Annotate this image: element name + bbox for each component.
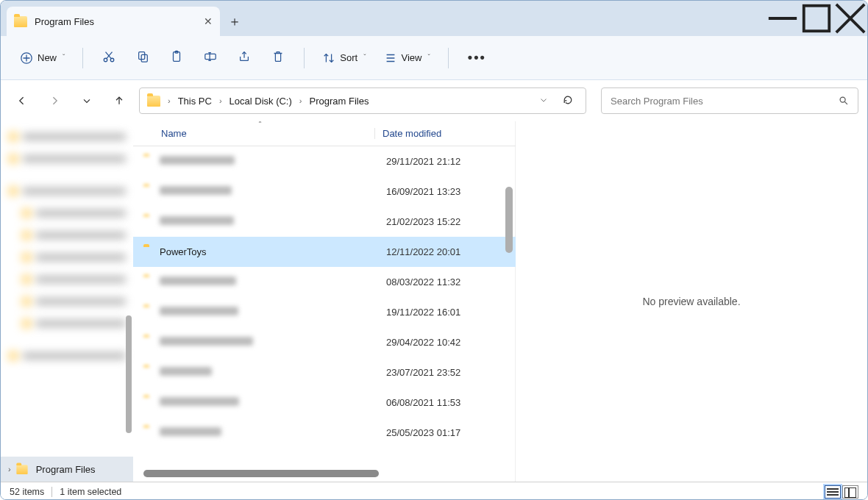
file-date: 08/03/2022 11:32 (379, 276, 516, 288)
file-row[interactable]: 29/11/2021 21:12 (133, 146, 516, 176)
file-row[interactable]: 23/07/2021 23:52 (133, 357, 516, 388)
list-horizontal-scrollbar[interactable] (143, 470, 505, 482)
folder-icon (143, 216, 160, 227)
nav-row: › This PC › Local Disk (C:) › Program Fi… (1, 80, 867, 121)
folder-icon (147, 96, 160, 107)
refresh-button[interactable] (558, 94, 578, 108)
column-headers[interactable]: ˄ Name Date modified (133, 121, 516, 146)
address-bar[interactable]: › This PC › Local Disk (C:) › Program Fi… (139, 88, 586, 114)
close-tab-icon[interactable]: ✕ (204, 15, 213, 27)
rename-button[interactable] (196, 46, 224, 70)
svg-rect-1 (804, 6, 830, 32)
folder-icon (14, 16, 27, 27)
list-icon (384, 51, 397, 65)
copy-button[interactable] (129, 46, 157, 70)
more-button[interactable]: ••• (460, 46, 494, 70)
file-date: 23/07/2021 23:52 (379, 367, 516, 378)
up-button[interactable] (107, 88, 132, 113)
file-date: 06/08/2021 11:53 (379, 397, 516, 408)
chevron-right-icon: › (298, 96, 304, 105)
file-name (160, 307, 379, 318)
paste-button[interactable] (163, 46, 191, 70)
view-mode-toggles (825, 485, 858, 499)
share-button[interactable] (230, 46, 258, 70)
svg-point-8 (111, 58, 115, 62)
paste-icon (170, 50, 183, 63)
file-date: 25/05/2023 01:17 (379, 427, 516, 438)
file-row[interactable]: 19/11/2022 16:01 (133, 297, 516, 327)
search-placeholder: Search Program Files (611, 96, 833, 107)
sort-indicator-icon: ˄ (258, 121, 262, 128)
maximize-button[interactable] (800, 1, 833, 36)
forward-button[interactable] (42, 88, 67, 113)
folder-icon (143, 397, 160, 408)
file-name (160, 276, 379, 288)
new-button[interactable]: New ˇ (14, 47, 71, 69)
chevron-down-icon: ˇ (428, 54, 430, 62)
delete-button[interactable] (264, 46, 292, 70)
new-tab-button[interactable]: ＋ (220, 7, 249, 36)
share-icon (238, 50, 251, 63)
breadcrumb-folder[interactable]: Program Files (307, 94, 372, 108)
file-date: 12/11/2022 20:01 (379, 246, 516, 257)
trash-icon (271, 50, 285, 63)
back-button[interactable] (10, 88, 35, 113)
details-view-toggle[interactable] (825, 485, 841, 499)
folder-icon (143, 156, 160, 167)
file-row[interactable]: 16/09/2021 13:23 (133, 176, 516, 207)
main-area: › Program Files ˄ Name Date modified 29/… (1, 121, 867, 482)
svg-line-9 (107, 52, 113, 59)
file-name (160, 427, 379, 438)
file-date: 16/09/2021 13:23 (379, 186, 516, 197)
folder-icon (143, 246, 160, 257)
file-row[interactable]: 25/05/2023 01:17 (133, 418, 516, 448)
sidebar-tree-blurred (1, 121, 133, 452)
navigation-pane[interactable]: › Program Files (1, 121, 133, 482)
status-bar: 52 items 1 item selected (1, 482, 867, 500)
separator (304, 48, 305, 68)
search-input[interactable]: Search Program Files (601, 88, 858, 114)
svg-point-22 (840, 97, 845, 102)
column-date[interactable]: Date modified (374, 128, 516, 139)
breadcrumb-root[interactable]: This PC (175, 94, 215, 108)
folder-icon (143, 276, 160, 288)
copy-icon (136, 50, 149, 63)
file-list: ˄ Name Date modified 29/11/2021 21:1216/… (133, 121, 516, 482)
svg-line-10 (106, 52, 112, 59)
thumbnails-view-toggle[interactable] (842, 485, 858, 499)
file-name: PowerToys (160, 246, 379, 257)
window-controls (766, 1, 867, 36)
svg-rect-15 (205, 54, 216, 59)
file-row[interactable]: 29/04/2022 10:42 (133, 327, 516, 357)
file-row[interactable]: PowerToys12/11/2022 20:01 (133, 237, 516, 267)
sort-button[interactable]: Sort ˇ (316, 47, 371, 69)
chevron-right-icon: › (8, 465, 11, 474)
cut-button[interactable] (95, 46, 123, 70)
view-button[interactable]: View ˇ (378, 47, 436, 69)
breadcrumb-drive[interactable]: Local Disk (C:) (227, 94, 295, 108)
folder-icon (143, 337, 160, 348)
item-count: 52 items (10, 487, 44, 497)
file-name (160, 156, 379, 167)
ellipsis-icon: ••• (468, 50, 486, 65)
address-history-dropdown[interactable] (533, 95, 555, 107)
sidebar-item-current[interactable]: › Program Files (1, 457, 133, 482)
tab-title: Program Files (35, 16, 94, 27)
sidebar-scrollbar[interactable] (126, 124, 133, 470)
column-name[interactable]: Name (161, 128, 374, 139)
file-row[interactable]: 08/03/2022 11:32 (133, 267, 516, 297)
recent-dropdown[interactable] (74, 88, 99, 113)
file-name (160, 186, 379, 197)
file-row[interactable]: 21/02/2023 15:22 (133, 207, 516, 237)
file-row[interactable]: 06/08/2021 11:53 (133, 388, 516, 418)
list-vertical-scrollbar[interactable] (505, 146, 516, 452)
svg-line-23 (844, 101, 847, 104)
close-window-button[interactable] (833, 1, 867, 36)
separator (448, 48, 449, 68)
search-icon (839, 96, 849, 106)
separator (82, 48, 83, 68)
svg-point-7 (104, 58, 108, 62)
folder-icon (143, 427, 160, 438)
minimize-button[interactable] (766, 1, 800, 36)
tab-active[interactable]: Program Files ✕ (7, 7, 220, 36)
